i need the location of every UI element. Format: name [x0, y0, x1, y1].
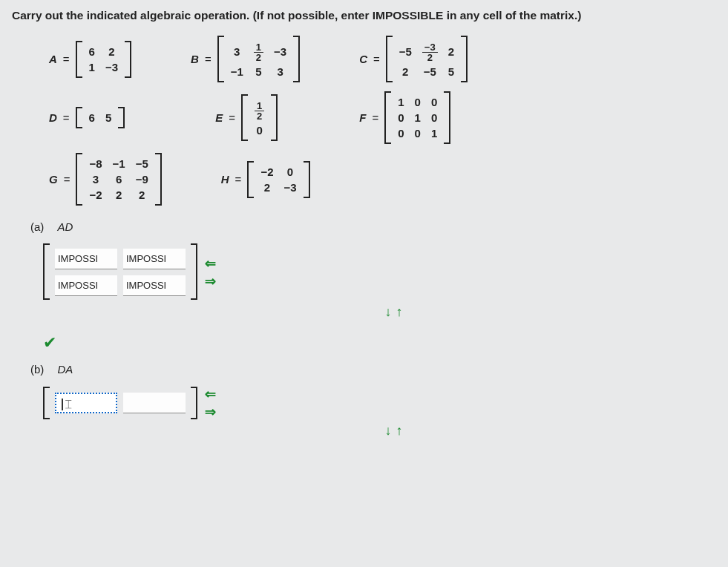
text-cursor-icon: ⌶: [62, 397, 71, 410]
matrix-D: D= 65: [49, 107, 125, 128]
answer-a-0-1[interactable]: [123, 249, 186, 269]
part-b-answer: ⌶ ⇐ ⇒: [43, 386, 716, 420]
remove-col-icon[interactable]: ⇐: [205, 386, 216, 402]
col-controls-b: ⇐ ⇒: [205, 386, 216, 420]
matrix-E: E= 12 0: [215, 94, 278, 141]
answer-a-1-1[interactable]: [123, 275, 186, 296]
row-controls-b: ↓ ↑: [71, 423, 716, 439]
instruction-text: Carry out the indicated algebraic operat…: [12, 9, 716, 22]
answer-a-1-0[interactable]: [55, 275, 117, 296]
part-b-header: (b) DA: [30, 363, 716, 376]
matrix-F: F= 100 010 001: [359, 91, 450, 144]
part-a-answer: ⇐ ⇒: [43, 243, 716, 301]
row-controls-a: ↓ ↑: [71, 304, 716, 320]
answer-b-0-1[interactable]: [123, 393, 186, 413]
add-col-icon[interactable]: ⇒: [205, 273, 216, 289]
matrix-C: C= −5−322 2−55: [359, 36, 468, 82]
add-row-icon[interactable]: ↓: [385, 423, 392, 439]
answer-a-0-0[interactable]: [55, 249, 117, 269]
remove-row-icon[interactable]: ↑: [396, 304, 403, 320]
matrix-G: G= −8−1−5 36−9 −222: [49, 153, 162, 206]
matrix-A: A= 62 1−3: [49, 41, 131, 78]
remove-row-icon[interactable]: ↑: [396, 423, 403, 439]
remove-col-icon[interactable]: ⇐: [205, 255, 216, 272]
col-controls-a: ⇐ ⇒: [205, 255, 216, 289]
add-row-icon[interactable]: ↓: [385, 304, 392, 320]
matrix-B: B= 312−3 −153: [191, 36, 300, 82]
add-col-icon[interactable]: ⇒: [205, 404, 216, 420]
part-a-header: (a) AD: [30, 220, 716, 233]
matrix-definitions: A= 62 1−3 B= 312−3 −153 C= −5−322 2−55 D…: [49, 36, 716, 206]
check-icon: ✔: [43, 333, 716, 353]
matrix-H: H= −20 2−3: [221, 161, 310, 198]
